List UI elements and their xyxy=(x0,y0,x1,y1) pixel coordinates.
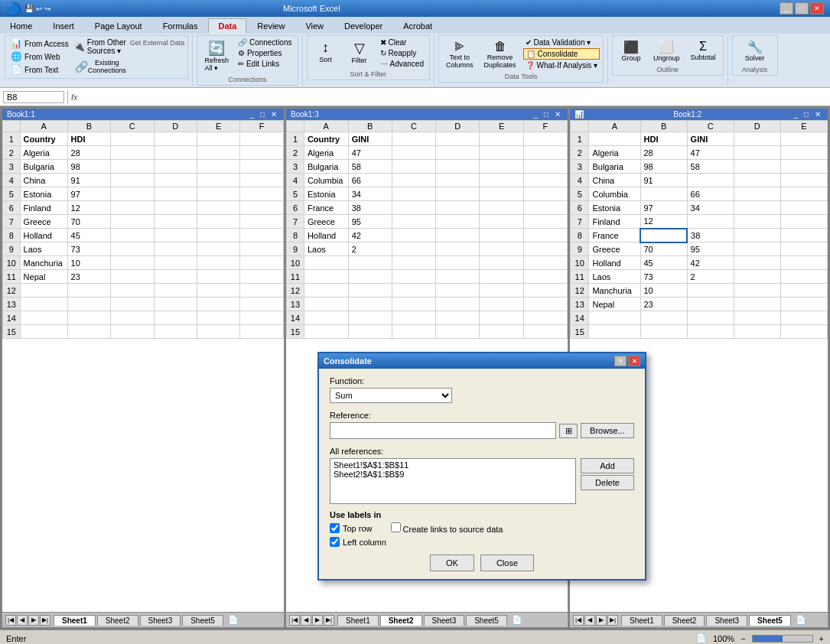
save-icon[interactable]: 💾 xyxy=(24,5,34,13)
table-row: 9Laos2 xyxy=(287,242,568,256)
col-F-3[interactable]: F xyxy=(523,121,567,132)
sheet-nav-last-2[interactable]: ▶| xyxy=(607,615,618,626)
tab-view[interactable]: View xyxy=(295,18,334,34)
add-sheet-btn-2[interactable]: 📄 xyxy=(796,615,806,625)
btn-existing-connections[interactable]: 🔗 ExistingConnections xyxy=(71,57,130,76)
undo-icon[interactable]: ↩ xyxy=(36,5,42,13)
col-C-2[interactable]: C xyxy=(687,121,734,132)
col-D[interactable]: D xyxy=(154,121,197,132)
add-sheet-btn-3[interactable]: 📄 xyxy=(512,615,522,625)
col-A-2[interactable]: A xyxy=(589,121,640,132)
tab-sheet5-2[interactable]: Sheet5 xyxy=(749,615,791,626)
col-B[interactable]: B xyxy=(67,121,110,132)
col-D-3[interactable]: D xyxy=(436,121,480,132)
tab-review[interactable]: Review xyxy=(247,18,295,34)
minimize-book1-1[interactable]: _ xyxy=(247,110,256,119)
tab-sheet3-2[interactable]: Sheet3 xyxy=(706,615,747,626)
tab-sheet1-3[interactable]: Sheet1 xyxy=(337,615,379,626)
btn-filter[interactable]: ▽ Filter xyxy=(344,37,375,67)
btn-what-if-analysis[interactable]: ❓ What-If Analysis ▾ xyxy=(523,60,600,70)
redo-icon[interactable]: ↪ xyxy=(44,5,50,13)
col-E[interactable]: E xyxy=(197,121,239,132)
formula-input[interactable] xyxy=(81,93,827,102)
zoom-slider[interactable] xyxy=(752,635,813,642)
btn-group[interactable]: ⬛ Group xyxy=(616,37,646,64)
tab-developer[interactable]: Developer xyxy=(334,18,392,34)
tab-home[interactable]: Home xyxy=(0,18,42,34)
minimize-book1-2[interactable]: _ xyxy=(791,110,800,119)
sheet-nav-prev-3[interactable]: ◀ xyxy=(301,615,311,626)
tab-sheet2-1[interactable]: Sheet2 xyxy=(97,615,138,626)
btn-from-other-sources[interactable]: 🔌 From OtherSources ▾ xyxy=(71,37,130,56)
btn-sort[interactable]: ↕ Sort xyxy=(311,37,341,66)
btn-consolidate[interactable]: 📋 Consolidate xyxy=(523,48,600,60)
col-F[interactable]: F xyxy=(240,121,284,132)
close-book1-1[interactable]: ✕ xyxy=(269,110,279,119)
sheet-nav-next-2[interactable]: ▶ xyxy=(596,615,607,626)
tab-sheet2-2[interactable]: Sheet2 xyxy=(664,615,705,626)
sheet-nav-next-3[interactable]: ▶ xyxy=(312,615,323,626)
restore-book1-2[interactable]: □ xyxy=(802,110,811,119)
close-btn[interactable]: ✕ xyxy=(810,2,824,15)
col-A[interactable]: A xyxy=(20,121,67,132)
tab-sheet3-3[interactable]: Sheet3 xyxy=(424,615,465,626)
btn-refresh-all[interactable]: 🔄 RefreshAll ▾ xyxy=(200,37,233,74)
tab-acrobat[interactable]: Acrobat xyxy=(393,18,442,34)
close-book1-2[interactable]: ✕ xyxy=(812,110,823,119)
col-B-2[interactable]: B xyxy=(640,121,687,132)
btn-advanced[interactable]: ⋯ Advanced xyxy=(378,59,426,69)
sheet-nav-first[interactable]: |◀ xyxy=(5,615,16,626)
sheet-nav-last-3[interactable]: ▶| xyxy=(324,615,334,626)
btn-data-validation[interactable]: ✔ Data Validation ▾ xyxy=(523,37,600,47)
minimize-btn[interactable]: _ xyxy=(780,2,793,15)
restore-btn[interactable]: □ xyxy=(795,2,809,15)
btn-edit-links[interactable]: ✏ Edit Links xyxy=(236,59,295,69)
restore-book1-1[interactable]: □ xyxy=(258,110,267,119)
minimize-book1-3[interactable]: _ xyxy=(531,110,540,119)
btn-from-text[interactable]: 📄 From Text xyxy=(8,63,71,76)
col-A-3[interactable]: A xyxy=(304,121,348,132)
restore-book1-3[interactable]: □ xyxy=(542,110,551,119)
name-box[interactable] xyxy=(3,91,64,103)
col-D-2[interactable]: D xyxy=(734,121,780,132)
btn-remove-duplicates[interactable]: 🗑 RemoveDuplicates xyxy=(480,37,520,71)
col-C[interactable]: C xyxy=(111,121,154,132)
btn-text-to-columns[interactable]: ⫸ Text toColumns xyxy=(442,37,477,71)
sheet-nav-first-2[interactable]: |◀ xyxy=(573,615,584,626)
sheet-nav-prev[interactable]: ◀ xyxy=(17,615,28,626)
tab-formulas[interactable]: Formulas xyxy=(153,18,208,34)
tab-sheet2-3[interactable]: Sheet2 xyxy=(380,615,422,626)
col-E-2[interactable]: E xyxy=(780,121,827,132)
zoom-increase-btn[interactable]: + xyxy=(819,634,824,643)
add-sheet-btn[interactable]: 📄 xyxy=(228,615,239,625)
col-C-3[interactable]: C xyxy=(392,121,435,132)
zoom-decrease-btn[interactable]: − xyxy=(740,634,745,643)
btn-properties[interactable]: ⚙ Properties xyxy=(236,48,295,58)
col-E-3[interactable]: E xyxy=(480,121,523,132)
office-logo[interactable]: 🔵 xyxy=(6,2,21,16)
tab-sheet1-2[interactable]: Sheet1 xyxy=(621,615,662,626)
tab-data[interactable]: Data xyxy=(208,18,246,34)
tab-sheet1-1[interactable]: Sheet1 xyxy=(54,615,96,626)
tab-sheet5-1[interactable]: Sheet5 xyxy=(182,615,223,626)
sheet-nav-prev-2[interactable]: ◀ xyxy=(584,615,595,626)
close-book1-3[interactable]: ✕ xyxy=(552,110,563,119)
btn-subtotal[interactable]: Σ Subtotal xyxy=(687,37,720,64)
btn-from-access[interactable]: 📊 From Access xyxy=(8,37,71,50)
zoom-fill xyxy=(753,636,783,642)
sheet-nav-next[interactable]: ▶ xyxy=(28,615,39,626)
btn-ungroup[interactable]: ⬜ Ungroup xyxy=(649,37,684,64)
sheet-nav-first-3[interactable]: |◀ xyxy=(289,615,300,626)
btn-from-web[interactable]: 🌐 From Web xyxy=(8,50,71,63)
tab-insert[interactable]: Insert xyxy=(43,18,84,34)
btn-connections[interactable]: 🔗 Connections xyxy=(236,37,295,47)
btn-solver[interactable]: 🔧 Solver xyxy=(740,37,770,64)
btn-clear[interactable]: ✖ Clear xyxy=(378,37,426,47)
tab-sheet3-1[interactable]: Sheet3 xyxy=(140,615,181,626)
sheet-nav-last[interactable]: ▶| xyxy=(40,615,50,626)
table-row: 5Estonia34 xyxy=(287,187,568,201)
col-B-3[interactable]: B xyxy=(348,121,392,132)
tab-page-layout[interactable]: Page Layout xyxy=(85,18,152,34)
tab-sheet5-3[interactable]: Sheet5 xyxy=(466,615,507,626)
btn-reapply[interactable]: ↻ Reapply xyxy=(378,48,426,58)
